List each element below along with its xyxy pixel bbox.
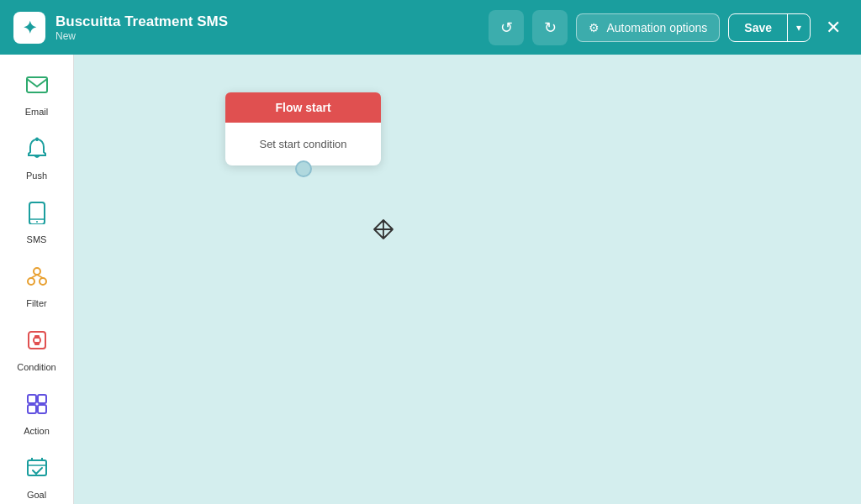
close-button[interactable]: ✕ (819, 13, 848, 42)
svg-rect-17 (28, 405, 36, 413)
sidebar-item-email-label: Email (25, 107, 49, 117)
filter-icon (25, 265, 49, 294)
save-label: Save (744, 21, 772, 34)
sms-icon (25, 201, 49, 230)
close-icon: ✕ (826, 17, 841, 38)
flow-node-body[interactable]: Set start condition (225, 123, 381, 165)
logo-icon: ✦ (23, 18, 37, 38)
sidebar-item-action-label: Action (24, 426, 50, 436)
sidebar-item-push-label: Push (26, 171, 47, 181)
svg-point-2 (35, 138, 39, 141)
move-cursor-icon (372, 218, 394, 245)
gear-icon: ⚙ (589, 21, 600, 34)
svg-rect-18 (38, 405, 46, 413)
svg-rect-0 (27, 77, 47, 92)
action-icon (25, 392, 49, 422)
sidebar-item-condition[interactable]: Condition (5, 320, 69, 381)
app-logo: ✦ (13, 12, 45, 44)
push-icon (25, 137, 49, 166)
svg-rect-11 (29, 332, 45, 349)
save-button[interactable]: Save (729, 14, 787, 41)
email-icon (25, 73, 49, 102)
svg-point-8 (40, 278, 46, 285)
main-content: Email Push SMS (0, 55, 861, 504)
undo-button[interactable]: ↺ (489, 10, 524, 45)
flow-node-body-text: Set start condition (259, 138, 346, 150)
svg-rect-15 (28, 395, 36, 403)
header-actions: ↺ ↻ ⚙ Automation options Save ▾ ✕ (489, 10, 848, 45)
sidebar-item-filter-label: Filter (26, 298, 46, 308)
svg-rect-14 (34, 342, 40, 345)
sidebar-item-filter[interactable]: Filter (5, 256, 69, 317)
flow-node-header: Flow start (225, 92, 381, 123)
svg-rect-13 (34, 335, 40, 339)
condition-icon (25, 328, 49, 358)
flow-start-node[interactable]: Flow start Set start condition (225, 92, 381, 165)
save-dropdown-button[interactable]: ▾ (787, 14, 810, 41)
automation-options-label: Automation options (606, 21, 707, 34)
flow-node-header-text: Flow start (275, 101, 330, 114)
save-group: Save ▾ (728, 13, 811, 42)
app-status: New (55, 30, 478, 42)
sidebar-item-goal-label: Goal (27, 490, 46, 500)
chevron-down-icon: ▾ (796, 22, 801, 34)
goal-icon (25, 456, 49, 486)
app-title-block: Buscuitta Treatment SMS New (55, 13, 478, 42)
flow-canvas[interactable]: Flow start Set start condition (74, 55, 861, 504)
automation-options-button[interactable]: ⚙ Automation options (576, 13, 720, 42)
svg-rect-16 (38, 395, 46, 403)
redo-icon: ↻ (544, 18, 557, 37)
app-header: ✦ Buscuitta Treatment SMS New ↺ ↻ ⚙ Auto… (0, 0, 861, 55)
app-name: Buscuitta Treatment SMS (55, 13, 478, 30)
sidebar-item-sms[interactable]: SMS (5, 192, 69, 253)
sidebar-item-email[interactable]: Email (5, 65, 69, 125)
redo-button[interactable]: ↻ (532, 10, 568, 45)
svg-point-7 (28, 278, 34, 285)
svg-point-6 (34, 268, 40, 275)
sidebar-item-goal[interactable]: Goal (5, 448, 69, 504)
sidebar: Email Push SMS (0, 55, 74, 504)
flow-node-connector[interactable] (295, 160, 312, 177)
sidebar-item-sms-label: SMS (27, 234, 47, 244)
sidebar-item-condition-label: Condition (17, 362, 55, 372)
svg-point-5 (36, 221, 38, 223)
undo-icon: ↺ (500, 18, 513, 37)
svg-line-10 (37, 275, 43, 278)
sidebar-item-action[interactable]: Action (5, 384, 69, 444)
svg-line-9 (31, 275, 37, 278)
sidebar-item-push[interactable]: Push (5, 129, 69, 189)
